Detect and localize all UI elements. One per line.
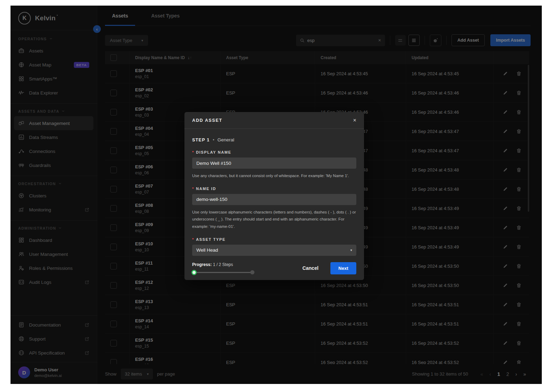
asset-type-select[interactable]: Well Head ▾	[192, 245, 356, 256]
display-name-field-group: *DISPLAY NAME Use any characters, but it…	[192, 150, 356, 180]
display-name-input[interactable]	[192, 158, 356, 169]
progress-block: Progress: 1 / 2 Steps	[192, 262, 254, 273]
modal-header: ADD ASSET ×	[184, 112, 364, 129]
add-asset-modal: ADD ASSET × STEP 1 • General *DISPLAY NA…	[184, 112, 364, 280]
required-asterisk: *	[192, 237, 194, 241]
close-icon[interactable]: ×	[353, 118, 356, 123]
next-button[interactable]: Next	[330, 262, 356, 274]
modal-footer: Progress: 1 / 2 Steps Cancel Next	[184, 259, 364, 280]
step-progress-slider[interactable]	[192, 272, 254, 273]
asset-type-label: *ASSET TYPE	[192, 237, 356, 241]
display-name-label: *DISPLAY NAME	[192, 150, 356, 154]
asset-type-field-group: *ASSET TYPE Well Head ▾	[192, 237, 356, 256]
bullet-icon: •	[213, 138, 214, 142]
display-name-hint: Use any characters, but it cannot consis…	[192, 172, 356, 180]
cancel-button[interactable]: Cancel	[300, 265, 321, 271]
chevron-down-icon: ▾	[350, 248, 352, 252]
name-id-label: *NAME ID	[192, 187, 356, 191]
modal-title: ADD ASSET	[192, 118, 222, 123]
name-id-hint: Use only lowercase alphanumeric characte…	[192, 209, 356, 230]
step-indicator: STEP 1 • General	[192, 137, 356, 142]
final-step-thumb	[250, 270, 254, 274]
current-step-thumb[interactable]	[191, 270, 197, 275]
required-asterisk: *	[192, 150, 194, 154]
name-id-field-group: *NAME ID Use only lowercase alphanumeric…	[192, 187, 356, 230]
progress-text: 1 / 2 Steps	[213, 262, 233, 267]
required-asterisk: *	[192, 187, 194, 191]
app-window: K Kelvin OPERATIONSAssetsAsset MapBETASm…	[10, 6, 542, 384]
name-id-input[interactable]	[192, 194, 356, 205]
modal-body: STEP 1 • General *DISPLAY NAME Use any c…	[184, 129, 364, 259]
progress-label: Progress:	[192, 262, 212, 267]
